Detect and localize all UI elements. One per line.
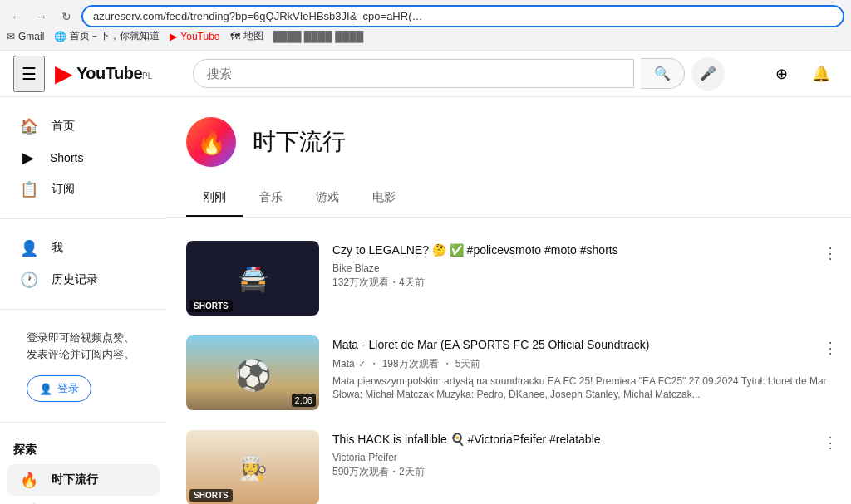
sidebar-item-shorts[interactable]: ▶ Shorts	[7, 142, 160, 174]
thumbnail-image-2: 👩‍🍳	[239, 454, 268, 482]
verified-icon-1: ✓	[358, 359, 366, 369]
video-thumbnail-2: 👩‍🍳 SHORTS	[186, 430, 319, 504]
video-info-2: This HACK is infallible 🍳 #VictoriaPfeif…	[332, 430, 831, 504]
video-title-2: This HACK is infallible 🍳 #VictoriaPfeif…	[332, 432, 831, 448]
sidebar-item-trending[interactable]: 🔥 时下流行	[7, 464, 160, 496]
login-prompt-text: 登录即可给视频点赞、发表评论并订阅内容。	[13, 323, 153, 369]
search-input[interactable]	[193, 59, 634, 88]
video-title-0: Czy to LEGALNE? 🤔 ✅ #policevsmoto #moto …	[332, 242, 831, 259]
explore-section: 探索 🔥 时下流行 🎵 音乐 🎬 电影 📡 直播	[0, 429, 166, 504]
voice-search-button[interactable]: 🎤	[691, 57, 725, 91]
tab-movies[interactable]: 电影	[356, 180, 412, 217]
shorts-badge-2: SHORTS	[189, 489, 233, 502]
video-meta-0: 132万次观看・4天前	[332, 276, 831, 290]
video-duration-1: 2:06	[292, 394, 316, 407]
explore-title: 探索	[0, 436, 166, 464]
sidebar: 🏠 首页 ▶ Shorts 📋 订阅 👤 我 �	[0, 97, 166, 504]
me-icon: 👤	[20, 239, 38, 257]
video-list: 🚔 SHORTS Czy to LEGALNE? 🤔 ✅ #policevsmo…	[166, 224, 851, 504]
subscriptions-icon: 📋	[20, 180, 38, 198]
tab-gaming[interactable]: 游戏	[299, 180, 356, 217]
home-icon: 🏠	[20, 117, 38, 135]
sidebar-item-music[interactable]: 🎵 音乐	[7, 496, 160, 504]
app-header: ☰ ▶ YouTubePL 🔍 🎤 ⊕ 🔔	[0, 51, 851, 97]
video-info-1: Mata - Lloret de Mar (EA SPORTS FC 25 Of…	[332, 335, 831, 410]
forward-button[interactable]: →	[32, 7, 52, 27]
sidebar-item-shorts-label: Shorts	[50, 151, 83, 164]
sidebar-item-trending-label: 时下流行	[52, 472, 98, 487]
video-info-0: Czy to LEGALNE? 🤔 ✅ #policevsmoto #moto …	[332, 241, 831, 316]
trending-tabs: 刚刚 音乐 游戏 电影	[166, 180, 851, 218]
search-area: 🔍 🎤	[193, 57, 725, 91]
login-button[interactable]: 👤 登录	[27, 375, 91, 402]
header-right: ⊕ 🔔	[765, 57, 838, 91]
sidebar-mid-section: 👤 我 🕐 历史记录	[0, 226, 166, 302]
tab-recent[interactable]: 刚刚	[186, 180, 243, 217]
back-button[interactable]: ←	[7, 7, 27, 27]
browser-controls-bar: ← → ↻	[7, 5, 844, 27]
logo-wordmark: YouTube	[76, 64, 142, 82]
table-row[interactable]: 🚔 SHORTS Czy to LEGALNE? 🤔 ✅ #policevsmo…	[166, 231, 851, 325]
sidebar-item-subscriptions-label: 订阅	[52, 182, 75, 197]
bookmark-home[interactable]: 🌐 首页－下，你就知道	[54, 29, 160, 43]
bookmark-maps[interactable]: 🗺 地图	[230, 29, 263, 43]
sidebar-item-history-label: 历史记录	[52, 272, 98, 287]
video-title-1: Mata - Lloret de Mar (EA SPORTS FC 25 Of…	[332, 337, 831, 354]
youtube-app: ☰ ▶ YouTubePL 🔍 🎤 ⊕ 🔔 🏠 首页	[0, 51, 851, 504]
video-desc-1: Mata pierwszym polskim artystą na soundt…	[332, 374, 831, 403]
video-more-button-1[interactable]: ⋮	[819, 335, 841, 360]
logo-badge: PL	[142, 71, 152, 81]
thumbnail-image-1: ⚽	[234, 358, 272, 393]
sidebar-item-me[interactable]: 👤 我	[7, 232, 160, 264]
video-more-button-2[interactable]: ⋮	[819, 430, 841, 455]
video-thumbnail-0: 🚔 SHORTS	[186, 241, 319, 316]
sidebar-divider-3	[0, 422, 166, 423]
sidebar-item-home[interactable]: 🏠 首页	[7, 110, 160, 142]
logo[interactable]: ▶ YouTubePL	[55, 60, 152, 87]
sidebar-divider-1	[0, 218, 166, 219]
video-channel-0: Bike Blaze	[332, 262, 831, 274]
notifications-button[interactable]: 🔔	[804, 57, 838, 91]
sidebar-item-subscriptions[interactable]: 📋 订阅	[7, 174, 160, 205]
search-button[interactable]: 🔍	[641, 58, 685, 89]
bookmark-youtube[interactable]: ▶ YouTube	[170, 31, 219, 42]
shorts-icon: ▶	[20, 149, 37, 167]
video-channel-2: Victoria Pfeifer	[332, 452, 831, 463]
trending-page-icon: 🔥	[186, 117, 236, 167]
main-content: 🔥 时下流行 刚刚 音乐 游戏 电影 🚔 SHORTS	[166, 97, 851, 504]
page-title: 时下流行	[253, 126, 346, 158]
history-icon: 🕐	[20, 271, 38, 289]
shorts-badge-0: SHORTS	[189, 300, 233, 312]
trending-page-header: 🔥 时下流行	[166, 97, 851, 180]
youtube-logo-icon: ▶	[55, 60, 73, 87]
app-body: 🏠 首页 ▶ Shorts 📋 订阅 👤 我 �	[0, 97, 851, 504]
header-left: ☰ ▶ YouTubePL	[13, 56, 152, 92]
sidebar-item-home-label: 首页	[52, 119, 75, 134]
video-more-button-0[interactable]: ⋮	[819, 241, 841, 266]
video-thumbnail-1: 2:06 ⚽	[186, 335, 319, 410]
table-row[interactable]: 2:06 ⚽ Mata - Lloret de Mar (EA SPORTS F…	[166, 325, 851, 420]
logo-text-group: YouTubePL	[76, 64, 152, 83]
menu-button[interactable]: ☰	[13, 56, 45, 92]
video-channel-1: Mata ✓ ・198万次观看・5天前	[332, 357, 831, 371]
fire-icon: 🔥	[197, 129, 226, 156]
sidebar-item-history[interactable]: 🕐 历史记录	[7, 264, 160, 296]
tab-music[interactable]: 音乐	[243, 180, 299, 217]
bookmark-more[interactable]: ████ ████ ████	[273, 31, 364, 42]
create-button[interactable]: ⊕	[765, 57, 798, 91]
sidebar-item-me-label: 我	[52, 241, 63, 256]
sidebar-divider-2	[0, 309, 166, 310]
bookmark-gmail[interactable]: ✉ Gmail	[7, 31, 44, 42]
bookmarks-bar: ✉ Gmail 🌐 首页－下，你就知道 ▶ YouTube 🗺 地图 ████ …	[7, 27, 844, 45]
thumbnail-image-0: 🚔	[239, 265, 268, 292]
video-meta-2: 590万次观看・2天前	[332, 465, 831, 479]
sidebar-top-section: 🏠 首页 ▶ Shorts 📋 订阅	[0, 104, 166, 212]
reload-button[interactable]: ↻	[57, 7, 76, 27]
login-icon: 👤	[39, 383, 52, 395]
login-section: 登录即可给视频点赞、发表评论并订阅内容。 👤 登录	[0, 316, 166, 415]
login-label: 登录	[57, 381, 79, 396]
address-bar[interactable]	[81, 5, 844, 27]
trending-icon: 🔥	[20, 471, 38, 489]
browser-chrome: ← → ↻ ✉ Gmail 🌐 首页－下，你就知道 ▶ YouTube 🗺 地图…	[0, 0, 851, 51]
table-row[interactable]: 👩‍🍳 SHORTS This HACK is infallible 🍳 #Vi…	[166, 420, 851, 504]
